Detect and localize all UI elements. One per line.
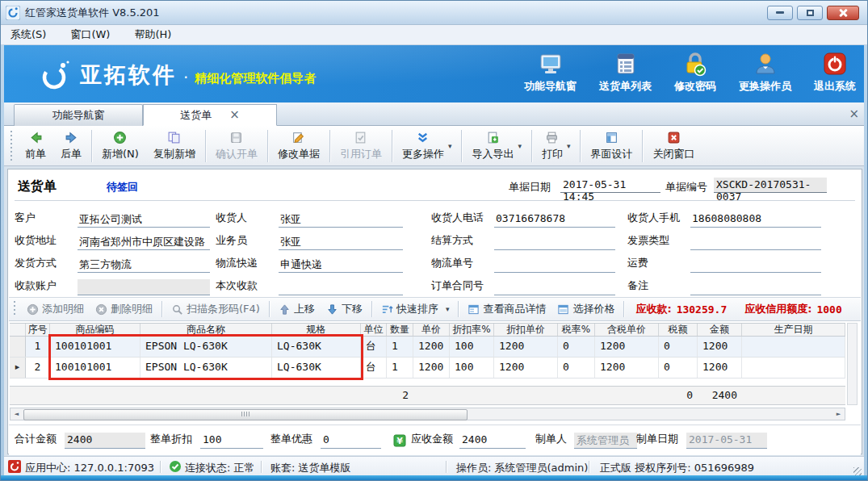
summary-cell	[50, 387, 140, 404]
column-header-9[interactable]: 折扣单价	[494, 324, 558, 336]
column-header-7[interactable]: 单价	[413, 324, 450, 336]
tab-close-icon[interactable]: ×	[229, 109, 240, 121]
toolbar-button-new-order[interactable]: 新增(N)	[94, 128, 146, 165]
field-logistics-no[interactable]	[494, 257, 615, 273]
tab-delivery-order[interactable]: 送货单 ×	[143, 104, 277, 126]
movedown-icon	[326, 303, 338, 316]
toolbar-button-print[interactable]: 打印▾	[535, 128, 578, 165]
detail-toolbar-grip[interactable]	[14, 301, 16, 317]
column-header-11[interactable]: 含税单价	[595, 324, 659, 336]
detail-button-quick-sort[interactable]: 快速排序▾	[375, 299, 455, 320]
tabstrip-close-icon[interactable]: ×	[849, 107, 859, 121]
detail-button-move-up[interactable]: 上移	[273, 299, 321, 320]
column-header-12[interactable]: 税额	[659, 324, 698, 336]
resize-grip[interactable]	[853, 467, 862, 475]
column-header-4[interactable]: 规格	[272, 324, 361, 336]
field-label-current-payment: 本次收款	[216, 278, 279, 295]
minimize-button[interactable]	[767, 6, 793, 20]
field-current-payment[interactable]	[279, 279, 403, 295]
main-toolbar: 前单后单新增(N)复制新增确认开单修改单据引用订单更多操作▾导入导出▾打印▾界面…	[4, 126, 864, 166]
column-header-10[interactable]: 税率%	[558, 324, 595, 336]
column-header-8[interactable]: 折扣率%	[450, 324, 494, 336]
column-header-14[interactable]: 生产日期	[742, 324, 845, 336]
menu-help[interactable]: 帮助(H)	[134, 27, 171, 42]
table-row-1[interactable]: 1100101001EPSON LQ-630KLQ-630K台112001001…	[10, 337, 845, 358]
column-header-0[interactable]	[10, 324, 26, 336]
scrollbar-thumb[interactable]	[23, 409, 468, 420]
dropdown-caret-icon[interactable]: ▾	[518, 142, 522, 150]
maximize-button[interactable]	[797, 6, 823, 20]
toolbar-button-import-export[interactable]: 导入导出▾	[464, 128, 529, 165]
toolbar-button-copy-new[interactable]: 复制新增	[146, 128, 203, 165]
footer-value-order-maker[interactable]: 系统管理员	[574, 433, 637, 449]
detail-button-delete-detail[interactable]: 删除明细	[90, 299, 158, 320]
toolbar-button-close-window[interactable]: 关闭窗口	[645, 128, 702, 165]
banner-action-function-nav[interactable]: 功能导航窗	[524, 51, 577, 94]
field-settlement-method[interactable]	[494, 234, 615, 250]
toolbar-button-reference-order[interactable]: 引用订单	[333, 128, 389, 165]
banner-action-change-password[interactable]: 修改密码	[674, 51, 716, 94]
field-invoice-type[interactable]	[690, 234, 821, 250]
table-row-2[interactable]: ▸2100101001EPSON LQ-630KLQ-630K台11200100…	[10, 358, 845, 379]
menu-window[interactable]: 窗口(W)	[70, 27, 110, 42]
detail-button-scan-barcode[interactable]: 扫描条形码(F4)	[166, 299, 266, 320]
footer-value-order-discount[interactable]: 100	[200, 433, 263, 449]
impexp-icon	[486, 131, 500, 144]
toolbar-button-ui-design[interactable]: 界面设计	[583, 128, 639, 165]
field-receiving-account[interactable]	[78, 279, 210, 295]
toolbar-button-prev-order[interactable]: 前单	[18, 128, 53, 165]
form-row-customer: 客户亚拓公司测试	[15, 205, 210, 228]
column-header-6[interactable]: 数量	[387, 324, 413, 336]
horizontal-scrollbar[interactable]: ◄ ►	[10, 408, 845, 420]
detail-button-add-detail[interactable]: 添加明细	[21, 299, 90, 320]
modify-icon	[291, 131, 305, 144]
column-header-2[interactable]: 商品编码	[50, 324, 140, 336]
field-consignee-mobile[interactable]: 18608080808	[690, 211, 821, 228]
toolbar-button-label: 关闭窗口	[652, 147, 694, 161]
menu-system[interactable]: 系统(S)	[10, 27, 46, 42]
field-shipping-method[interactable]: 第三方物流	[78, 257, 210, 273]
toolbar-button-modify-order[interactable]: 修改单据	[270, 128, 327, 165]
field-consignee[interactable]: 张亚	[279, 211, 403, 228]
field-consignee-phone[interactable]: 03716678678	[494, 211, 615, 228]
form-row-consignee: 收货人张亚	[216, 205, 403, 228]
dropdown-caret-icon[interactable]: ▾	[448, 142, 452, 150]
field-freight[interactable]	[690, 257, 821, 273]
field-salesman[interactable]: 张亚	[279, 234, 403, 250]
field-remark[interactable]	[690, 279, 821, 295]
footer-value-receivable-amount[interactable]: 2400	[459, 433, 526, 449]
detail-toolbar-separator	[371, 301, 372, 317]
banner-action-exit-system[interactable]: 退出系统	[814, 51, 856, 94]
order-date-field[interactable]: 2017-05-31 14:45	[560, 178, 660, 193]
toolbar-button-confirm-order[interactable]: 确认开单	[208, 128, 265, 165]
column-header-13[interactable]: 金额	[698, 324, 742, 336]
detail-button-select-price[interactable]: 选择价格	[551, 299, 620, 320]
scroll-left-arrow[interactable]: ◄	[10, 408, 23, 420]
dropdown-caret-icon[interactable]: ▾	[446, 305, 450, 313]
toolbar-button-next-order[interactable]: 后单	[53, 128, 89, 165]
scroll-right-arrow[interactable]: ►	[832, 408, 845, 420]
field-customer[interactable]: 亚拓公司测试	[78, 211, 210, 228]
column-header-5[interactable]: 单位	[361, 324, 387, 336]
banner-action-switch-operator[interactable]: 更换操作员	[739, 51, 791, 94]
banner-action-delivery-list[interactable]: 送货单列表	[599, 51, 652, 94]
toolbar-button-more-actions[interactable]: 更多操作▾	[395, 128, 459, 165]
detail-button-move-down[interactable]: 下移	[321, 299, 368, 320]
close-button[interactable]	[827, 6, 859, 20]
field-order-contract-no[interactable]	[494, 279, 615, 295]
field-logistics-express[interactable]: 申通快递	[279, 257, 403, 273]
dropdown-caret-icon[interactable]: ▾	[567, 142, 571, 150]
summary-cell	[558, 387, 595, 404]
footer-value-total-amount[interactable]: 2400	[65, 433, 145, 449]
field-delivery-address[interactable]: 河南省郑州市中原区建设路	[78, 234, 210, 250]
footer-value-order-date[interactable]: 2017-05-31	[686, 433, 767, 449]
column-header-1[interactable]: 序号	[26, 324, 50, 336]
tab-function-nav[interactable]: 功能导航窗	[14, 104, 143, 126]
toolbar-grip[interactable]	[10, 131, 13, 161]
footer-value-order-preference[interactable]: 0	[321, 433, 381, 449]
vertical-scrollbar[interactable]	[847, 323, 858, 405]
form-row-receiving-account: 收款账户	[15, 273, 210, 295]
column-header-3[interactable]: 商品名称	[140, 324, 272, 336]
detail-button-view-product-detail[interactable]: 查看商品详情	[462, 299, 551, 320]
copy-icon	[167, 131, 181, 144]
